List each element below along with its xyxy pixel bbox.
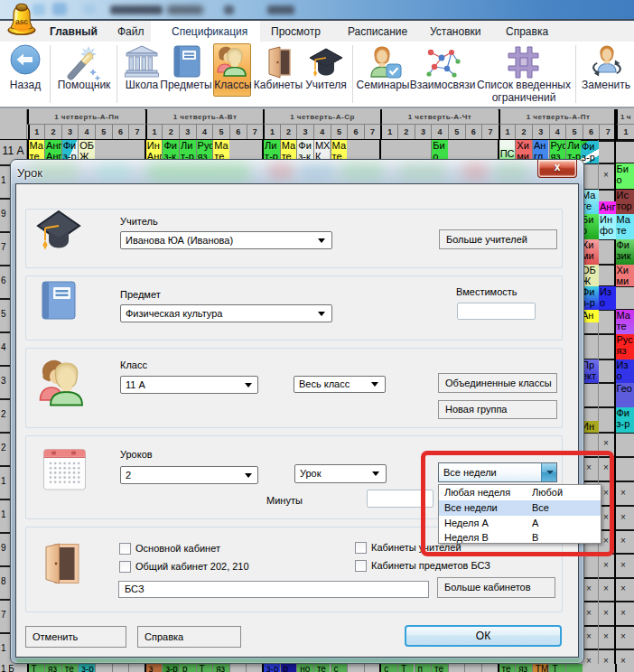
svg-text:asc: asc [15, 17, 28, 26]
